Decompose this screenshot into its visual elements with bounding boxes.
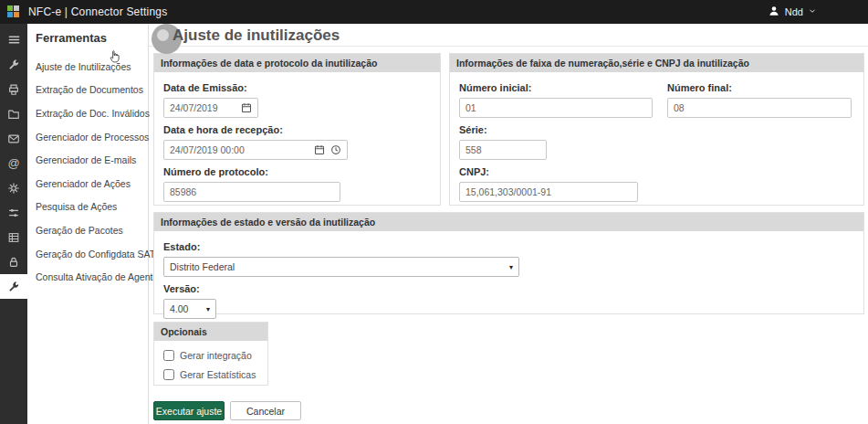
user-name: Ndd [785, 6, 803, 17]
panel-faixa-header: Informações de faixa de numeração,série … [450, 54, 863, 72]
sidebar-item-geracao-configdata-sat[interactable]: Geração do Configdata SAT [36, 242, 144, 266]
panel-opcionais: Opcionais Gerar integração Gerar Estatís… [153, 322, 268, 386]
mail-icon[interactable] [0, 126, 27, 151]
calendar-icon[interactable] [314, 144, 325, 155]
data-recepcao-input[interactable] [170, 144, 309, 155]
serie-label: Série: [459, 124, 854, 135]
sliders-icon[interactable] [0, 200, 27, 225]
caret-down-icon: ▾ [509, 263, 513, 271]
estado-label: Estado: [163, 241, 854, 252]
versao-select[interactable]: 4.00 ▾ [163, 299, 216, 319]
printer-icon[interactable] [0, 77, 27, 101]
user-icon [768, 5, 780, 19]
numero-final-label: Número final: [667, 82, 854, 93]
table-icon[interactable] [0, 225, 27, 249]
gerar-integracao-checkbox[interactable] [163, 350, 174, 361]
sidebar-heading: Ferramentas [36, 31, 144, 45]
cancelar-button[interactable]: Cancelar [230, 401, 301, 420]
executar-ajuste-button[interactable]: Executar ajuste [153, 401, 225, 420]
sidebar-item-gerenciador-de-acoes[interactable]: Gerenciador de Ações [36, 172, 144, 196]
data-recepcao-label: Data e hora de recepção: [163, 124, 431, 135]
numero-inicial-label: Número inicial: [459, 82, 667, 93]
menu-icon[interactable] [0, 27, 27, 52]
versao-selected-value: 4.00 [170, 303, 188, 314]
data-emissao-field[interactable] [163, 98, 258, 118]
header-divider [149, 46, 868, 47]
calendar-icon[interactable] [241, 102, 252, 113]
data-emissao-label: Data de Emissão: [163, 82, 431, 93]
panel-opcionais-header: Opcionais [154, 323, 267, 341]
estado-select[interactable]: Distrito Federal ▾ [163, 257, 519, 277]
panel-data-header: Informações de data e protocolo da inuti… [154, 54, 440, 72]
wrench-icon[interactable] [0, 274, 27, 299]
data-recepcao-field[interactable] [163, 140, 348, 160]
gerar-integracao-option[interactable]: Gerar integração [163, 350, 258, 361]
caret-down-icon: ▾ [206, 305, 210, 313]
numero-final-input[interactable] [667, 98, 852, 118]
gerar-estatisticas-checkbox[interactable] [163, 369, 174, 380]
icon-rail: @ [0, 24, 27, 424]
sidebar-item-pesquisa-de-acoes[interactable]: Pesquisa de Ações [36, 196, 144, 219]
panel-estado-header: Informações de estado e versão da inutil… [154, 213, 863, 231]
versao-label: Versão: [163, 283, 854, 294]
panel-faixa-cnpj: Informações de faixa de numeração,série … [449, 53, 864, 206]
app-title: NFC-e | Connector Settings [28, 5, 167, 18]
estado-selected-value: Distrito Federal [170, 261, 235, 272]
sidebar-item-extracao-doc-invalidos[interactable]: Extração de Doc. Inválidos [36, 101, 144, 125]
folder-icon[interactable] [0, 101, 27, 126]
app-logo-icon [7, 5, 20, 18]
sidebar-item-consulta-ativacao-agente[interactable]: Consulta Ativação de Agente [36, 265, 144, 289]
page-title: Ajuste de inutilizações [173, 26, 340, 45]
lock-icon[interactable] [0, 249, 27, 274]
tools-icon[interactable] [0, 52, 27, 77]
app-window: NFC-e | Connector Settings Ndd @ [0, 0, 868, 424]
cnpj-label: CNPJ: [459, 166, 854, 177]
panel-estado-versao: Informações de estado e versão da inutil… [153, 212, 864, 314]
sidebar: Ferramentas Ajuste de Inutilizações Extr… [27, 24, 149, 424]
chevron-down-icon [808, 6, 817, 17]
cnpj-input[interactable] [459, 182, 638, 202]
gear-icon[interactable] [0, 175, 27, 200]
clock-icon[interactable] [330, 144, 341, 155]
sidebar-item-geracao-de-pacotes[interactable]: Geração de Pacotes [36, 218, 144, 242]
gerar-integracao-label: Gerar integração [180, 350, 252, 361]
gerar-estatisticas-label: Gerar Estatísticas [180, 369, 256, 380]
protocolo-label: Número de protocolo: [163, 166, 431, 177]
sidebar-item-gerenciador-de-emails[interactable]: Gerenciador de E-mails [36, 148, 144, 172]
protocolo-input[interactable] [163, 182, 340, 202]
sidebar-item-extracao-de-documentos[interactable]: Extração de Documentos [36, 79, 144, 102]
gerar-estatisticas-option[interactable]: Gerar Estatísticas [163, 369, 258, 380]
numero-inicial-input[interactable] [459, 98, 653, 118]
panel-data-protocolo: Informações de data e protocolo da inuti… [153, 53, 441, 206]
at-icon[interactable]: @ [0, 151, 27, 175]
serie-input[interactable] [459, 140, 547, 160]
sidebar-item-gerenciador-de-processos[interactable]: Gerenciador de Processos [36, 125, 144, 149]
user-menu[interactable]: Ndd [768, 5, 861, 19]
topbar: NFC-e | Connector Settings Ndd [0, 0, 868, 24]
sidebar-item-ajuste-de-inutilizacoes[interactable]: Ajuste de Inutilizações [36, 55, 144, 79]
data-emissao-input[interactable] [170, 102, 235, 113]
